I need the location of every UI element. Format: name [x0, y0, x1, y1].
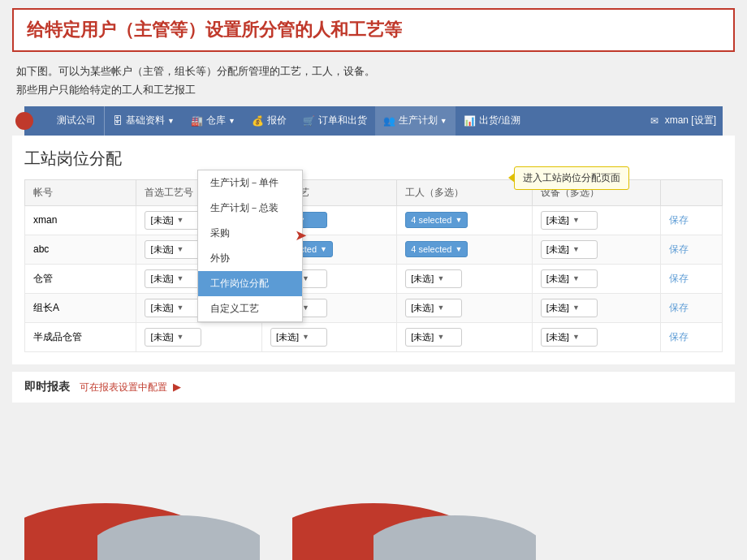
- table-row: 半成品仓管 [未选] ▼ [未选] ▼ [未选] ▼: [25, 322, 723, 351]
- caret-icon9: ▼: [177, 274, 184, 282]
- worker-cell-abc: 4 selected ▼: [397, 235, 532, 264]
- table-row: 组长A [未选] ▼ [未选] ▼ [未选] ▼: [25, 293, 723, 322]
- account-cell: 仓管: [25, 264, 136, 293]
- action-cell-canguan: 保存: [660, 264, 722, 293]
- account-cell: 半成品仓管: [25, 322, 136, 351]
- table-row: abc [未选] ▼ 8 selected ▼ 4 selected: [25, 235, 723, 264]
- description-line1: 如下图。可以为某些帐户（主管，组长等）分配所管理的工艺，工人，设备。: [16, 62, 731, 80]
- worker-select-canguan[interactable]: [未选] ▼: [405, 269, 462, 288]
- first-process-select-zuchanga[interactable]: [未选] ▼: [145, 299, 201, 317]
- first-process-select-abc[interactable]: [未选] ▼: [145, 240, 201, 259]
- caret-icon20: ▼: [572, 333, 580, 341]
- description-line2: 那些用户只能给特定的工人和工艺报工: [16, 80, 731, 99]
- db-icon: 🗄: [113, 115, 123, 127]
- device-select-canguan[interactable]: [未选] ▼: [541, 269, 598, 288]
- device-cell-canguan: [未选] ▼: [532, 264, 660, 293]
- device-cell-zuchangA: [未选] ▼: [532, 293, 660, 322]
- report-subtitle: 可在报表设置中配置: [80, 381, 167, 393]
- dropdown-item-assembly[interactable]: 生产计划－总装: [198, 196, 302, 221]
- first-process-select-bancanguan[interactable]: [未选] ▼: [145, 328, 201, 347]
- caret-icon15: ▼: [437, 304, 444, 312]
- nav-item-production[interactable]: 👥 生产计划 ▼: [375, 106, 456, 136]
- save-button-bancanguan[interactable]: 保存: [669, 331, 689, 342]
- caret-icon3: ▼: [440, 117, 447, 125]
- navbar-brand: 测试公司: [49, 106, 105, 136]
- caret-down-icon: ▼: [177, 216, 184, 224]
- nav-item-warehouse[interactable]: 🏭 仓库 ▼: [183, 106, 244, 136]
- worker-select-abc[interactable]: 4 selected ▼: [405, 241, 468, 257]
- navbar: 测试公司 🗄 基础资料 ▼ 🏭 仓库 ▼ 💰 报价 🛒 订单和出货 👥 生产计划…: [24, 106, 723, 136]
- caret-icon8: ▼: [572, 245, 580, 253]
- caret-icon10: ▼: [302, 274, 309, 282]
- report-title: 即时报表: [24, 380, 70, 393]
- second-process-cell: [未选] ▼: [261, 322, 396, 351]
- device-cell-abc: [未选] ▼: [532, 235, 660, 264]
- workstation-table: 帐号 首选工艺号 次选工艺 工人（多选） 设备（多选） xman [未选] ▼: [24, 179, 723, 352]
- dropdown-item-custom[interactable]: 自定义工艺: [198, 296, 302, 321]
- caret-icon14: ▼: [302, 304, 309, 312]
- caret-icon16: ▼: [572, 304, 580, 312]
- col-header-action: [660, 179, 722, 205]
- caret-icon18: ▼: [302, 333, 309, 341]
- caret-down-icon4: ▼: [572, 216, 580, 224]
- first-process-cell: [未选] ▼: [136, 322, 261, 351]
- dropdown-item-workstation[interactable]: 工作岗位分配: [198, 271, 302, 296]
- caret-icon: ▼: [167, 117, 175, 125]
- caret-icon12: ▼: [572, 274, 580, 282]
- save-button-canguan[interactable]: 保存: [669, 273, 689, 284]
- chart-icon: 📊: [464, 115, 476, 127]
- worker-cell-zuchangA: [未选] ▼: [397, 293, 532, 322]
- caret-icon17: ▼: [177, 333, 184, 341]
- device-select-bancanguan[interactable]: [未选] ▼: [541, 328, 598, 347]
- caret-icon13: ▼: [177, 304, 184, 312]
- caret-icon19: ▼: [437, 333, 444, 341]
- action-cell-zuchangA: 保存: [660, 293, 722, 322]
- device-select-xman[interactable]: [未选] ▼: [541, 211, 598, 230]
- second-process-select-bancanguan[interactable]: [未选] ▼: [270, 328, 327, 347]
- bottom-section: 即时报表 可在报表设置中配置 ▶: [12, 371, 735, 403]
- dropdown-item-single[interactable]: 生产计划－单件: [198, 170, 302, 196]
- caret-icon6: ▼: [320, 245, 327, 253]
- device-select-abc[interactable]: [未选] ▼: [541, 240, 598, 259]
- col-header-worker: 工人（多选）: [397, 179, 532, 205]
- report-arrow-icon[interactable]: ▶: [173, 381, 181, 393]
- navbar-wrapper: 测试公司 🗄 基础资料 ▼ 🏭 仓库 ▼ 💰 报价 🛒 订单和出货 👥 生产计划…: [12, 106, 735, 136]
- first-process-select-canguan[interactable]: [未选] ▼: [145, 269, 201, 288]
- cart-icon: 🛒: [303, 115, 315, 127]
- device-select-zuchangA[interactable]: [未选] ▼: [541, 299, 598, 317]
- worker-select-zuchangA[interactable]: [未选] ▼: [405, 299, 462, 317]
- nav-item-delivery[interactable]: 📊 出货/追溯: [456, 106, 529, 136]
- caret-icon5: ▼: [177, 245, 184, 253]
- description-section: 如下图。可以为某些帐户（主管，组长等）分配所管理的工艺，工人，设备。 那些用户只…: [0, 52, 747, 106]
- nav-item-basic-data[interactable]: 🗄 基础资料 ▼: [105, 106, 183, 136]
- save-button-abc[interactable]: 保存: [669, 243, 689, 255]
- worker-select-bancanguan[interactable]: [未选] ▼: [405, 328, 462, 347]
- main-content: 工站岗位分配 生产计划－单件 生产计划－总装 采购 外协 工作岗位分配 自定义工…: [12, 136, 735, 364]
- table-row: 仓管 [未选] ▼ [未选] ▼ [未选] ▼: [25, 264, 723, 293]
- action-cell-abc: 保存: [660, 235, 722, 264]
- dropdown-item-outsource[interactable]: 外协: [198, 246, 302, 271]
- account-cell: xman: [25, 205, 136, 235]
- first-process-select[interactable]: [未选] ▼: [145, 211, 201, 230]
- red-pointer-arrow: ➤: [295, 226, 307, 244]
- table-row: xman [未选] ▼ 9 sel ▼ 4 selected: [25, 205, 723, 235]
- dropdown-item-purchase[interactable]: 采购: [198, 221, 302, 246]
- envelope-icon[interactable]: ✉: [650, 115, 658, 127]
- caret-down-icon3: ▼: [455, 216, 462, 224]
- nav-item-quote[interactable]: 💰 报价: [244, 106, 295, 136]
- col-header-account: 帐号: [25, 179, 136, 205]
- worker-cell-xman: 4 selected ▼: [397, 205, 532, 235]
- account-cell: abc: [25, 235, 136, 264]
- production-dropdown-menu[interactable]: 生产计划－单件 生产计划－总装 采购 外协 工作岗位分配 自定义工艺: [197, 170, 303, 322]
- callout-tooltip: 进入工站岗位分配页面: [514, 166, 629, 190]
- worker-select-xman[interactable]: 4 selected ▼: [405, 212, 468, 228]
- action-cell-xman: 保存: [660, 205, 722, 235]
- title-section: 给特定用户（主管等）设置所分管的人和工艺等: [12, 8, 735, 52]
- account-cell: 组长A: [25, 293, 136, 322]
- device-cell-xman: [未选] ▼: [532, 205, 660, 235]
- navbar-right: ✉ xman [设置]: [650, 114, 716, 127]
- save-button-xman[interactable]: 保存: [669, 214, 689, 226]
- nav-item-orders[interactable]: 🛒 订单和出货: [295, 106, 375, 136]
- caret-icon7: ▼: [455, 245, 462, 253]
- save-button-zuchangA[interactable]: 保存: [669, 302, 689, 313]
